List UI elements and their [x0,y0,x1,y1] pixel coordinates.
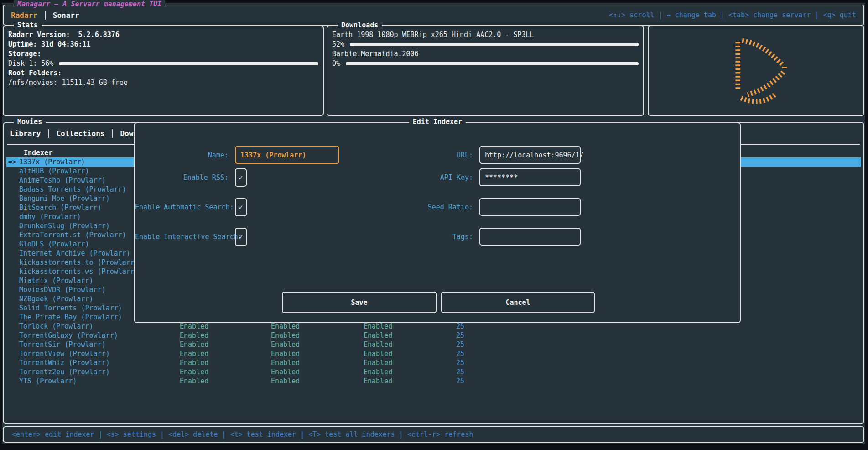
disk-usage-row: Disk 1: 56% [8,59,318,68]
url-input[interactable]: http://localhost:9696/1/ [479,146,581,164]
checkmark-icon: ✓ [239,203,243,211]
root-folders-heading: Root Folders: [8,68,318,78]
indexer-name: TorrentView (Prowlarr) [19,349,136,358]
radarr-logo [713,34,800,107]
priority-cell: 25 [428,377,464,386]
indexer-name: 1337x (Prowlarr) [19,157,136,167]
automatic-search-cell: Enabled [271,340,300,349]
tab-collections[interactable]: Collections [56,129,104,138]
indexer-name: kickasstorrents.ws (Prowlarr) [19,267,136,276]
checkmark-icon: ✓ [239,173,243,182]
table-row[interactable]: YTS (Prowlarr)EnabledEnabledEnabled25 [6,377,861,386]
tab-sonarr[interactable]: Sonarr [53,11,79,20]
indexer-name: Bangumi Moe (Prowlarr) [19,194,136,203]
priority-cell: 25 [428,367,464,377]
tags-input[interactable] [479,228,581,246]
rss-cell: Enabled [180,340,208,349]
priority-cell: 25 [428,340,464,349]
priority-cell: 25 [428,322,464,331]
indexer-name: NZBgeek (Prowlarr) [19,294,136,303]
indexer-name: YTS (Prowlarr) [19,377,136,386]
terminal-area: Managarr – A Servarr management TUI Rada… [2,3,865,444]
indexer-name: Miatrix (Prowlarr) [19,276,136,285]
download-item-name: Earth 1998 1080p WEBRip x265 Hindi AAC2.… [332,30,639,40]
tab-separator [48,129,49,138]
download-percent: 0% [332,59,340,68]
storage-heading: Storage: [8,49,318,59]
enable-rss-label: Enable RSS: [135,173,229,182]
disk-usage-label: Disk 1: 56% [8,59,53,68]
download-item-name: Barbie.Mermaidia.2006 [332,49,639,59]
tab-library[interactable]: Library [10,129,41,138]
indexer-name: Torlock (Prowlarr) [19,322,136,331]
seed-ratio-label: Seed Ratio: [382,203,473,211]
rss-cell: Enabled [180,322,208,331]
automatic-search-cell: Enabled [271,377,300,386]
indexer-name: Torrentz2eu (Prowlarr) [19,367,136,377]
enable-interactive-search-label: Enable Interactive Search: [135,233,229,241]
downloads-panel: Downloads Earth 1998 1080p WEBRip x265 H… [327,26,644,116]
indexer-name: dmhy (Prowlarr) [19,212,136,221]
automatic-search-cell: Enabled [271,331,300,340]
indexer-column-header: Indexer [24,148,52,157]
header-keybinds: <↑↓> scroll | ↔ change tab | <tab> chang… [609,11,856,19]
table-row[interactable]: Torlock (Prowlarr)EnabledEnabledEnabled2… [6,322,861,331]
radarr-version: Radarr Version: 5.2.6.8376 [8,30,318,40]
indexer-name: kickasstorrents.to (Prowlarr) [19,258,136,267]
tab-radarr[interactable]: Radarr [11,11,37,20]
managarr-tui-screen: Managarr – A Servarr management TUI Rada… [0,0,868,450]
priority-cell: 25 [428,358,464,367]
root-folder-info: /nfs/movies: 11511.43 GB free [8,78,318,88]
table-row[interactable]: TorrentGalaxy (Prowlarr)EnabledEnabledEn… [6,331,861,340]
rss-cell: Enabled [180,349,208,358]
table-row[interactable]: TorrentWhiz (Prowlarr)EnabledEnabledEnab… [6,358,861,367]
uptime: Uptime: 31d 04:36:11 [8,40,318,49]
indexer-name: DrunkenSlug (Prowlarr) [19,221,136,230]
priority-cell: 25 [428,331,464,340]
indexer-name: ExtraTorrent.st (Prowlarr) [19,230,136,240]
app-title: Managarr – A Servarr management TUI [14,0,165,8]
download-progress-row: 52% [332,40,639,49]
indexer-name: The Pirate Bay (Prowlarr) [19,313,136,322]
api-key-label: API Key: [382,173,473,182]
table-row[interactable]: TorrentSir (Prowlarr)EnabledEnabledEnabl… [6,340,861,349]
indexer-name: GloDLS (Prowlarr) [19,240,136,249]
logo-panel [648,26,864,116]
save-button[interactable]: Save [282,292,437,313]
selected-row-prefix: => [8,157,16,167]
indexer-name: TorrentSir (Prowlarr) [19,340,136,349]
indexer-name: AnimeTosho (Prowlarr) [19,176,136,185]
indexer-name: TorrentGalaxy (Prowlarr) [19,331,136,340]
enable-interactive-search-checkbox[interactable]: ✓ [235,228,247,246]
tab-separator [45,11,46,20]
tags-label: Tags: [382,233,473,241]
servarr-tabs: Radarr Sonarr [11,11,79,20]
tab-separator [112,129,113,138]
interactive-search-cell: Enabled [364,367,392,377]
indexer-name: MoviesDVDR (Prowlarr) [19,285,136,294]
api-key-input[interactable]: ******** [479,168,581,186]
seed-ratio-input[interactable] [479,198,581,216]
movies-panel-title: Movies [14,118,46,126]
indexer-name: Solid Torrents (Prowlarr) [19,303,136,313]
name-label: Name: [135,151,229,159]
table-row[interactable]: TorrentView (Prowlarr)EnabledEnabledEnab… [6,349,861,358]
enable-rss-checkbox[interactable]: ✓ [235,168,247,187]
modal-title: Edit Indexer [409,118,466,126]
url-label: URL: [382,151,473,159]
indexer-name: altHUB (Prowlarr) [19,167,136,176]
cancel-button[interactable]: Cancel [441,292,595,313]
name-input[interactable]: 1337x (Prowlarr) [235,146,339,164]
indexer-name: Badass Torrents (Prowlarr) [19,185,136,194]
table-row[interactable]: Torrentz2eu (Prowlarr)EnabledEnabledEnab… [6,367,861,377]
automatic-search-cell: Enabled [271,349,300,358]
priority-cell: 25 [428,349,464,358]
disk-usage-bar [59,62,318,65]
header-block: Managarr – A Servarr management TUI Rada… [3,5,864,26]
stats-panel: Stats Radarr Version: 5.2.6.8376 Uptime:… [3,26,324,116]
footer-keybar: <enter> edit indexer | <s> settings | <d… [3,426,864,443]
rss-cell: Enabled [180,358,208,367]
rss-cell: Enabled [180,367,208,377]
interactive-search-cell: Enabled [364,331,392,340]
enable-automatic-search-checkbox[interactable]: ✓ [235,198,247,216]
